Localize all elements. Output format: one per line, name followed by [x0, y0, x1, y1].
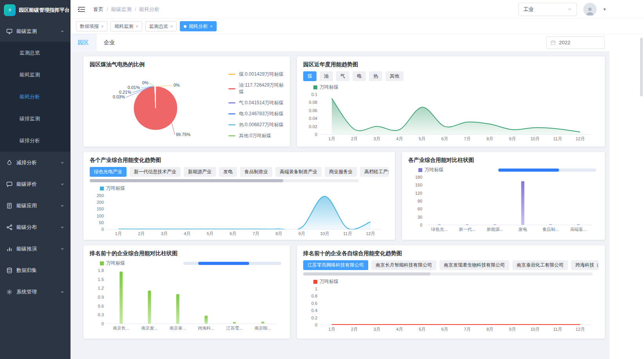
- sidebar-item-energy-carbon-monitor[interactable]: 能碳监测: [0, 20, 71, 42]
- sidebar-item-energy-carbon-evaluation[interactable]: 能碳评价: [0, 173, 71, 195]
- industry-tab-power-generation[interactable]: 发电: [219, 167, 237, 177]
- charts-row-1: 园区煤油气电热的比例 0%0.01%0.21%0.03%0%99.75% 煤:0…: [83, 56, 605, 147]
- sidebar-item-system-management[interactable]: 系统管理: [0, 281, 71, 303]
- card-energy-ratio-pie: 园区煤油气电热的比例 0%0.01%0.21%0.03%0%99.75% 煤:0…: [83, 56, 290, 147]
- company-tabs-scrollbar[interactable]: [303, 272, 593, 276]
- company-tab-jiangsu-linghao[interactable]: 江苏零浩网络科技有限公司: [303, 260, 368, 270]
- company-tab-nanjing-changyue[interactable]: 南京长月智能科技有限公司: [371, 260, 436, 270]
- breadcrumb-home[interactable]: 首页: [93, 6, 103, 13]
- sidebar-item-carbon-monitor[interactable]: 碳排监测: [0, 108, 71, 130]
- company-tab-nanjing-taiqi[interactable]: 南京泰启化工有限公司: [512, 260, 568, 270]
- sidebar-item-energy-carbon-deduction[interactable]: 能碳推演: [0, 238, 71, 259]
- tab-park[interactable]: 园区: [71, 34, 96, 52]
- chevron-down-icon: [60, 161, 64, 165]
- industry-tab-food-manufacturing[interactable]: 食品制造业: [240, 167, 272, 177]
- company-tab-nanjing-faxianjun[interactable]: 南京发现君生物科技有限公司: [440, 260, 509, 270]
- fuel-tab-oil[interactable]: 油: [320, 71, 333, 81]
- tag-close-icon[interactable]: ×: [210, 24, 212, 29]
- svg-text:7月: 7月: [464, 136, 470, 141]
- tag-energy-analysis[interactable]: 能耗分析×: [180, 21, 216, 31]
- year-date-picker[interactable]: 2022: [546, 36, 605, 49]
- avatar-caret-icon[interactable]: ▼: [603, 7, 606, 11]
- sidebar-item-label: 能碳应用: [16, 202, 56, 209]
- sidebar-item-energy-analysis[interactable]: 能耗分析: [0, 86, 71, 108]
- sidebar-item-energy-carbon-distribution[interactable]: 能碳分布: [0, 216, 71, 238]
- industry-tab-commercial-services[interactable]: 商业服务业: [325, 167, 357, 177]
- industry-tab-next-gen-it[interactable]: 新一代信息技术产业: [130, 167, 181, 177]
- fuel-tab-heat[interactable]: 热: [369, 71, 382, 81]
- legend-label: 气:0.041514万吨标煤: [239, 100, 283, 106]
- series-legend[interactable]: 万吨标煤: [418, 167, 443, 173]
- sidebar-item-reduction-analysis[interactable]: 减排分析: [0, 152, 71, 173]
- sidebar-item-carbon-analysis[interactable]: 碳排分析: [0, 130, 71, 152]
- company-tab-kuahai[interactable]: 跨海科技（南...: [571, 260, 599, 270]
- series-legend[interactable]: 万吨标煤: [313, 278, 338, 285]
- svg-text:1月: 1月: [328, 327, 335, 332]
- sidebar-item-energy-carbon-application[interactable]: 能碳应用: [0, 195, 71, 216]
- industry-tab-light-industry[interactable]: 高档轻工产业: [360, 167, 389, 177]
- industry-energy-trend-chart: 0501001502002501月2月3月4月5月6月7月8月9月10月11月1…: [90, 192, 387, 236]
- tag-close-icon[interactable]: ×: [136, 24, 138, 29]
- svg-text:60: 60: [418, 207, 422, 211]
- svg-text:11月: 11月: [343, 231, 352, 236]
- legend-item-other[interactable]: 其他:0万吨标煤: [228, 132, 284, 139]
- svg-text:0.21%: 0.21%: [119, 90, 131, 94]
- tag-energy-monitor[interactable]: 能耗监测×: [110, 21, 142, 31]
- data-zoom-slider[interactable]: [183, 262, 281, 265]
- industry-tab-new-energy[interactable]: 新能源产业: [184, 167, 216, 177]
- legend-item-oil[interactable]: 油:117.726429万吨标煤: [228, 82, 284, 95]
- breadcrumb-energy-monitor[interactable]: 能碳监测: [111, 6, 132, 13]
- series-legend[interactable]: 万吨标煤: [100, 185, 125, 192]
- tag-close-icon[interactable]: ×: [170, 24, 173, 29]
- fuel-tab-coal[interactable]: 煤: [303, 71, 317, 81]
- pie-legend: 煤:0.001429万吨标煤 油:117.726429万吨标煤 气:0.0415…: [215, 68, 284, 142]
- svg-text:5月: 5月: [207, 231, 213, 236]
- sidebar-item-label: 数据归集: [16, 267, 64, 274]
- charts-area: 园区煤油气电热的比例 0%0.01%0.21%0.03%0%99.75% 煤:0…: [71, 52, 610, 359]
- tab-enterprise[interactable]: 企业: [96, 34, 122, 52]
- svg-text:江苏雪...: 江苏雪...: [226, 326, 242, 330]
- document-icon: [6, 203, 13, 209]
- series-legend[interactable]: 万吨标煤: [313, 84, 338, 91]
- tag-close-icon[interactable]: ×: [101, 24, 103, 29]
- series-legend[interactable]: 万吨标煤: [100, 260, 125, 267]
- svg-text:0.02: 0.02: [309, 124, 317, 129]
- industry-tab-high-end-equipment[interactable]: 高端装备制造产业: [275, 167, 322, 177]
- vertical-scrollbar[interactable]: [640, 38, 643, 96]
- legend-label: 热:0.006827万吨标煤: [239, 121, 283, 128]
- person-icon: [585, 6, 595, 16]
- fuel-tab-electricity[interactable]: 电: [353, 71, 366, 81]
- legend-item-gas[interactable]: 气:0.041514万吨标煤: [228, 100, 284, 106]
- industry-tab-green-optoelectronics[interactable]: 绿色光电产业: [90, 167, 127, 177]
- legend-label: 万吨标煤: [106, 260, 125, 267]
- fuel-tab-other[interactable]: 其他: [385, 71, 403, 81]
- menu-fold-icon[interactable]: [78, 6, 85, 13]
- legend-item-heat[interactable]: 热:0.006827万吨标煤: [228, 121, 284, 128]
- svg-text:12月: 12月: [576, 327, 585, 332]
- breadcrumb-separator: /: [135, 6, 136, 12]
- breadcrumb-energy-analysis[interactable]: 能耗分析: [139, 6, 159, 13]
- content: 园区 企业 2022 园区煤油气电热的比例 0%0.01%0.21%0.03%0…: [71, 34, 610, 359]
- sidebar-item-monitor-overview[interactable]: 监测总览: [0, 42, 71, 64]
- tag-data-entry[interactable]: 数据填报×: [76, 21, 107, 31]
- fuel-tab-gas[interactable]: 气: [336, 71, 349, 81]
- svg-text:50: 50: [99, 220, 104, 225]
- pie-body: 0%0.01%0.21%0.03%0%99.75% 煤:0.001429万吨标煤…: [90, 68, 284, 142]
- chevron-down-icon: [568, 7, 572, 11]
- chevron-up-icon: [60, 29, 64, 33]
- legend-item-coal[interactable]: 煤:0.001429万吨标煤: [228, 71, 284, 78]
- tags-bar: 数据填报× 能耗监测× 监测总览× 能耗分析×: [71, 19, 644, 34]
- tag-label: 能耗监测: [114, 23, 133, 30]
- legend-item-electricity[interactable]: 电:0.246783万吨标煤: [228, 111, 284, 117]
- legend-label: 电:0.246783万吨标煤: [239, 111, 283, 117]
- tag-monitor-overview[interactable]: 监测总览×: [145, 21, 177, 31]
- category-select[interactable]: 工业: [518, 3, 577, 16]
- svg-text:12月: 12月: [366, 231, 375, 236]
- user-avatar[interactable]: [583, 3, 597, 16]
- card-company-energy-bars: 排名前十的企业综合用能对比柱状图 万吨标煤 00.30.60.91.21.51.…: [83, 245, 290, 339]
- data-zoom-slider[interactable]: [498, 169, 596, 172]
- industry-tabs-scrollbar[interactable]: [90, 179, 359, 182]
- sidebar-item-energy-monitor[interactable]: 能耗监测: [0, 64, 71, 86]
- legend-swatch: [418, 168, 422, 172]
- sidebar-item-data-collection[interactable]: 数据归集: [0, 259, 71, 281]
